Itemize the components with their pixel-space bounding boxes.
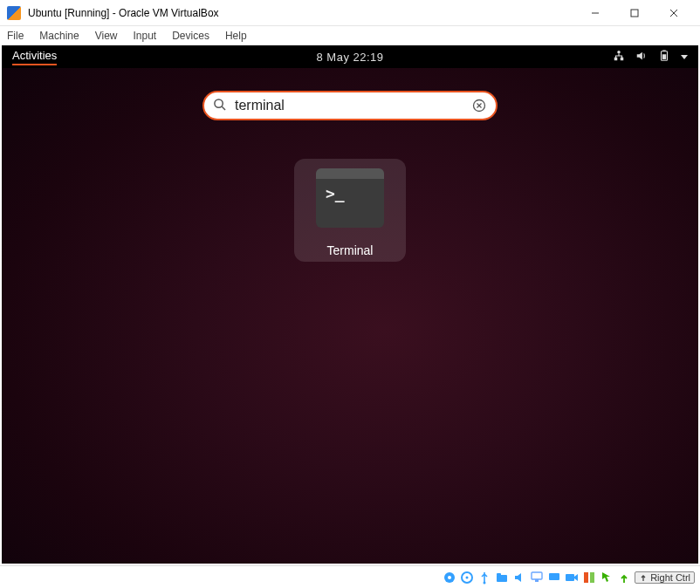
- svg-point-18: [466, 576, 469, 578]
- volume-icon: [635, 50, 648, 65]
- svg-rect-20: [497, 575, 507, 582]
- svg-point-16: [448, 576, 451, 579]
- svg-rect-8: [662, 50, 666, 51]
- window-title: Ubuntu [Running] - Oracle VM VirtualBox: [28, 7, 575, 19]
- gnome-topbar: Activities 8 May 22:19: [2, 45, 698, 68]
- menu-help[interactable]: Help: [225, 30, 247, 42]
- vm-state-indicator-icon[interactable]: [582, 571, 596, 585]
- system-status-area[interactable]: [613, 50, 688, 65]
- search-bar: [202, 91, 498, 120]
- hostkey-arrow-icon: [639, 573, 648, 582]
- menu-input[interactable]: Input: [134, 30, 157, 42]
- menu-view[interactable]: View: [95, 30, 118, 42]
- svg-rect-23: [535, 579, 539, 582]
- svg-line-11: [222, 106, 225, 110]
- activities-button[interactable]: Activities: [12, 49, 57, 65]
- menu-file[interactable]: File: [7, 30, 24, 42]
- keyboard-capture-icon[interactable]: [617, 571, 631, 585]
- optical-indicator-icon[interactable]: [460, 571, 474, 585]
- host-statusbar: Right Ctrl: [0, 565, 700, 588]
- svg-rect-24: [549, 573, 559, 580]
- recording-indicator-icon[interactable]: [565, 571, 579, 585]
- host-menubar: File Machine View Input Devices Help: [0, 26, 700, 45]
- guest-display: Activities 8 May 22:19 >_: [0, 45, 700, 565]
- svg-rect-26: [584, 572, 588, 583]
- shared-folders-indicator-icon[interactable]: [495, 571, 509, 585]
- app-result-terminal[interactable]: >_ Terminal: [294, 159, 406, 262]
- battery-icon: [658, 50, 670, 65]
- menu-machine[interactable]: Machine: [39, 30, 79, 42]
- hdd-indicator-icon[interactable]: [443, 571, 456, 585]
- network-indicator-icon[interactable]: [530, 571, 544, 585]
- terminal-app-icon: >_: [316, 168, 384, 228]
- host-titlebar: Ubuntu [Running] - Oracle VM VirtualBox: [0, 0, 700, 26]
- audio-indicator-icon[interactable]: [512, 571, 526, 585]
- svg-point-10: [215, 99, 223, 106]
- menu-devices[interactable]: Devices: [172, 30, 209, 42]
- svg-rect-22: [532, 572, 542, 579]
- search-icon: [213, 98, 226, 114]
- app-result-label: Terminal: [327, 243, 374, 257]
- host-key-label: Right Ctrl: [650, 572, 690, 583]
- svg-rect-25: [566, 574, 574, 581]
- virtualbox-logo-icon: [7, 6, 21, 20]
- svg-rect-1: [631, 10, 638, 17]
- host-key-indicator[interactable]: Right Ctrl: [635, 571, 695, 584]
- clock[interactable]: 8 May 22:19: [316, 51, 383, 64]
- svg-rect-9: [662, 54, 666, 59]
- minimize-button[interactable]: [575, 0, 614, 26]
- chevron-down-icon: [681, 55, 688, 59]
- search-input[interactable]: [235, 98, 471, 113]
- clear-search-button[interactable]: [471, 98, 487, 113]
- close-button[interactable]: [654, 0, 693, 26]
- svg-point-19: [484, 581, 486, 584]
- display-indicator-icon[interactable]: [547, 571, 561, 585]
- usb-indicator-icon[interactable]: [477, 571, 491, 585]
- mouse-integration-icon[interactable]: [600, 571, 614, 585]
- svg-point-4: [617, 50, 621, 53]
- maximize-button[interactable]: [614, 0, 654, 26]
- svg-rect-27: [590, 572, 594, 583]
- svg-rect-21: [497, 573, 501, 576]
- wired-network-icon: [613, 50, 625, 65]
